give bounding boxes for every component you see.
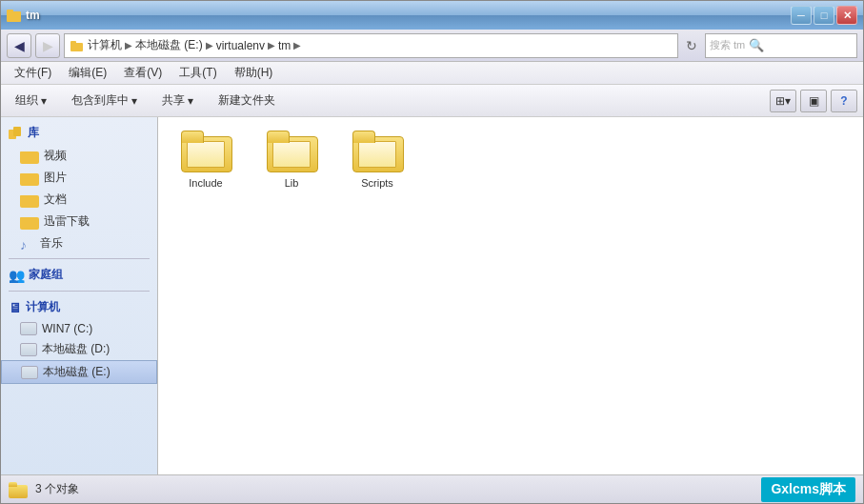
crumb-computer[interactable]: 计算机 (88, 37, 122, 53)
help-button[interactable]: ? (831, 90, 857, 112)
title-bar-buttons: ─ □ ✕ (791, 6, 857, 25)
sidebar-section-library: 库 视频 图片 文档 迅雷下载 (1, 121, 157, 254)
breadcrumb: 计算机 ▶ 本地磁盘 (E:) ▶ virtualenv ▶ tm ▶ (88, 37, 672, 53)
sidebar-section-computer: 🖥 计算机 WIN7 (C:) 本地磁盘 (D:) 本地磁盘 (E:) (1, 295, 157, 384)
include-to-library-button[interactable]: 包含到库中 ▾ (63, 89, 146, 113)
sidebar-item-drive-e[interactable]: 本地磁盘 (E:) (1, 360, 157, 384)
drive-d-icon (20, 343, 37, 356)
preview-pane-button[interactable]: ▣ (800, 90, 827, 112)
sidebar-item-drive-c[interactable]: WIN7 (C:) (1, 319, 157, 338)
crumb-tm[interactable]: tm (278, 39, 291, 52)
homegroup-icon: 👥 (9, 268, 25, 283)
title-bar-left: tm (7, 8, 40, 23)
svg-rect-3 (70, 41, 76, 45)
photos-folder-icon (20, 171, 39, 186)
folder-item-lib[interactable]: Lib (253, 127, 330, 193)
search-box: 搜索 tm 🔍 (705, 33, 857, 58)
title-bar: tm ─ □ ✕ (1, 1, 863, 30)
menu-tools[interactable]: 工具(T) (171, 63, 224, 83)
folder-include-icon (181, 131, 231, 172)
share-button[interactable]: 共享 ▾ (153, 89, 202, 113)
folder-lib-inner (272, 141, 311, 168)
search-button[interactable]: 🔍 (749, 38, 764, 52)
close-button[interactable]: ✕ (836, 6, 857, 25)
sidebar-computer-header[interactable]: 🖥 计算机 (1, 295, 157, 319)
svg-rect-1 (7, 10, 13, 13)
refresh-button[interactable]: ↻ (682, 36, 701, 55)
menu-bar: 文件(F) 编辑(E) 查看(V) 工具(T) 帮助(H) (1, 62, 863, 85)
thunder-folder-icon (20, 214, 39, 230)
view-toggle-button[interactable]: ⊞▾ (770, 90, 796, 112)
folder-lib-icon (267, 131, 316, 172)
search-placeholder-text: 搜索 tm (710, 38, 745, 52)
sidebar-item-thunder[interactable]: 迅雷下载 (1, 211, 157, 232)
folder-include-inner (187, 141, 225, 168)
status-bar: 3 个对象 Gxlcms脚本 (1, 474, 863, 503)
menu-help[interactable]: 帮助(H) (227, 63, 281, 83)
drive-e-icon (21, 366, 38, 379)
library-icon (9, 127, 24, 140)
status-folder-icon (9, 481, 28, 498)
toolbar-right: ⊞▾ ▣ ? (770, 90, 857, 112)
toolbar: 组织 ▾ 包含到库中 ▾ 共享 ▾ 新建文件夹 ⊞▾ ▣ ? (1, 85, 863, 117)
sidebar-item-photos[interactable]: 图片 (1, 167, 157, 189)
folder-scripts-icon (352, 131, 402, 172)
sidebar-divider-1 (9, 258, 150, 259)
maximize-button[interactable]: □ (814, 6, 834, 25)
address-folder-icon (70, 40, 84, 51)
organize-button[interactable]: 组织 ▾ (7, 89, 55, 113)
docs-folder-icon (20, 192, 39, 208)
sidebar-divider-2 (9, 291, 150, 292)
status-brand: Gxlcms脚本 (761, 477, 855, 502)
sidebar-item-video[interactable]: 视频 (1, 145, 157, 167)
folder-lib-label: Lib (285, 176, 299, 190)
sidebar-section-homegroup: 👥 家庭组 (1, 263, 157, 287)
main-content: 库 视频 图片 文档 迅雷下载 (1, 117, 863, 474)
folder-item-scripts[interactable]: Scripts (339, 127, 415, 193)
forward-button[interactable]: ▶ (35, 33, 60, 58)
address-bar-row: ◀ ▶ 计算机 ▶ 本地磁盘 (E:) ▶ virtualenv ▶ tm ▶ … (1, 30, 863, 62)
new-folder-button[interactable]: 新建文件夹 (210, 89, 284, 113)
sidebar: 库 视频 图片 文档 迅雷下载 (1, 117, 158, 474)
menu-file[interactable]: 文件(F) (7, 63, 59, 83)
folder-include-label: Include (189, 176, 222, 190)
back-button[interactable]: ◀ (7, 33, 31, 58)
sidebar-library-header[interactable]: 库 (1, 121, 157, 145)
menu-view[interactable]: 查看(V) (116, 63, 170, 83)
window-icon (7, 8, 22, 23)
minimize-button[interactable]: ─ (791, 6, 812, 25)
computer-icon: 🖥 (9, 300, 22, 315)
folder-scripts-label: Scripts (361, 176, 393, 190)
address-box[interactable]: 计算机 ▶ 本地磁盘 (E:) ▶ virtualenv ▶ tm ▶ (64, 33, 678, 58)
explorer-window: tm ─ □ ✕ ◀ ▶ 计算机 ▶ 本地磁盘 (E:) ▶ virtualen… (0, 0, 864, 504)
crumb-drive-e[interactable]: 本地磁盘 (E:) (135, 37, 203, 53)
file-pane: Include Lib Scripts (158, 117, 863, 474)
folder-scripts-inner (358, 141, 396, 168)
sidebar-item-docs[interactable]: 文档 (1, 189, 157, 211)
drive-c-icon (20, 322, 37, 335)
sidebar-item-music[interactable]: ♪ 音乐 (1, 232, 157, 254)
window-title: tm (26, 9, 40, 22)
sidebar-homegroup-header[interactable]: 👥 家庭组 (1, 263, 157, 287)
video-folder-icon (20, 149, 39, 164)
crumb-virtualenv[interactable]: virtualenv (216, 39, 265, 52)
status-count-text: 3 个对象 (35, 481, 79, 497)
folder-item-include[interactable]: Include (168, 127, 244, 193)
music-icon: ♪ (20, 237, 35, 251)
sidebar-item-drive-d[interactable]: 本地磁盘 (D:) (1, 338, 157, 360)
menu-edit[interactable]: 编辑(E) (61, 63, 114, 83)
